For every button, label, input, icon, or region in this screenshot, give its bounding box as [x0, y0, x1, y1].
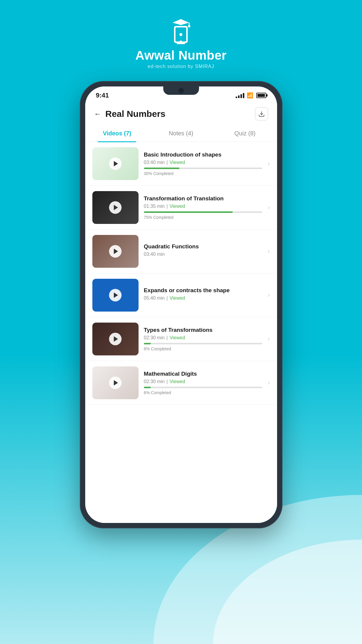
video-thumbnail: [92, 147, 139, 180]
video-thumbnail: [92, 235, 139, 268]
progress-bar-bg: [144, 211, 262, 213]
chevron-right-icon: ›: [268, 379, 270, 387]
status-time: 9:41: [96, 92, 109, 99]
video-meta: 02:30 min | Viewed: [144, 379, 262, 384]
video-meta: 03:40 min | Viewed: [144, 160, 262, 165]
video-item[interactable]: Types of Transformations 02:30 min | Vie…: [85, 317, 277, 361]
tab-notes[interactable]: Notes (4): [149, 125, 213, 142]
progress-bar-bg: [144, 168, 262, 169]
signal-icon: [236, 93, 244, 98]
progress-bar-bg: [144, 387, 262, 388]
play-button[interactable]: [109, 333, 122, 345]
video-meta: 05:40 min | Viewed: [144, 295, 262, 301]
video-title: Mathematical Digits: [144, 371, 262, 377]
progress-text: 75% Completed: [144, 215, 174, 220]
video-info: Basic Introduction of shapes 03:40 min |…: [144, 151, 262, 176]
svg-rect-3: [180, 41, 182, 42]
tab-videos[interactable]: Videos (7): [85, 125, 149, 142]
video-info: Transformation of Translation 01:35 min …: [144, 195, 262, 220]
chevron-right-icon: ›: [268, 204, 270, 211]
video-title: Basic Introduction of shapes: [144, 151, 262, 158]
video-info: Types of Transformations 02:30 min | Vie…: [144, 327, 262, 352]
back-button[interactable]: ←: [94, 110, 101, 118]
video-info: Quadratic Functions 03:40 min: [144, 243, 262, 259]
video-duration: 05:40 min: [144, 295, 165, 301]
play-button[interactable]: [109, 157, 122, 170]
video-title: Quadratic Functions: [144, 243, 262, 250]
tab-bar: Videos (7) Notes (4) Quiz (8): [85, 125, 277, 142]
chevron-right-icon: ›: [268, 160, 270, 168]
chevron-right-icon: ›: [268, 335, 270, 343]
viewed-badge: Viewed: [170, 204, 185, 209]
svg-rect-7: [177, 43, 185, 44]
download-button[interactable]: [255, 107, 268, 120]
battery-icon: [256, 93, 266, 98]
play-button[interactable]: [109, 245, 122, 258]
video-title: Types of Transformations: [144, 327, 262, 333]
progress-bar-fill: [144, 211, 233, 213]
progress-bar-fill: [144, 387, 151, 388]
video-meta: 03:40 min: [144, 252, 262, 257]
video-title: Expands or contracts the shape: [144, 287, 262, 294]
video-duration: 03:40 min: [144, 160, 165, 165]
video-duration: 01:35 min: [144, 204, 165, 209]
app-logo-icon: [167, 18, 194, 45]
app-subtitle: ed-tech solution by SMIRAJ: [148, 64, 214, 69]
phone-notch: [163, 86, 199, 95]
video-duration: 03:40 min: [144, 252, 165, 257]
play-button[interactable]: [109, 377, 122, 389]
video-thumbnail: [92, 279, 139, 312]
progress-bar-fill: [144, 343, 151, 344]
phone-frame: 9:41 📶 ← Real Numbers: [80, 81, 282, 528]
viewed-badge: Viewed: [170, 295, 185, 301]
video-item[interactable]: Expands or contracts the shape 05:40 min…: [85, 273, 277, 317]
video-meta: 02:30 min | Viewed: [144, 335, 262, 340]
video-meta: 01:35 min | Viewed: [144, 204, 262, 209]
video-duration: 02:30 min: [144, 335, 165, 340]
play-button[interactable]: [109, 289, 122, 301]
video-item[interactable]: Mathematical Digits 02:30 min | Viewed 6…: [85, 361, 277, 405]
svg-marker-4: [173, 19, 189, 25]
video-item[interactable]: Transformation of Translation 01:35 min …: [85, 186, 277, 230]
play-button[interactable]: [109, 201, 122, 214]
video-info: Expands or contracts the shape 05:40 min…: [144, 287, 262, 303]
viewed-badge: Viewed: [170, 160, 185, 165]
video-title: Transformation of Translation: [144, 195, 262, 202]
viewed-badge: Viewed: [170, 379, 185, 384]
video-thumbnail: [92, 323, 139, 355]
video-thumbnail: [92, 366, 139, 399]
phone-screen: 9:41 📶 ← Real Numbers: [85, 86, 277, 523]
page-title: Real Numbers: [105, 109, 166, 119]
video-duration: 02:30 min: [144, 379, 165, 384]
svg-point-6: [188, 25, 190, 27]
progress-bar-bg: [144, 343, 262, 344]
page-header: ← Real Numbers: [85, 104, 277, 125]
tab-quiz[interactable]: Quiz (8): [213, 125, 277, 142]
viewed-badge: Viewed: [170, 335, 185, 340]
svg-point-2: [179, 33, 182, 36]
video-item[interactable]: Quadratic Functions 03:40 min ›: [85, 230, 277, 273]
download-icon: [258, 111, 265, 117]
progress-text: 6% Completed: [144, 390, 171, 395]
logo-area: Awwal Number ed-tech solution by SMIRAJ: [135, 18, 226, 69]
video-info: Mathematical Digits 02:30 min | Viewed 6…: [144, 371, 262, 395]
progress-text: 30% Completed: [144, 171, 174, 176]
wifi-icon: 📶: [247, 92, 253, 99]
chevron-right-icon: ›: [268, 291, 270, 299]
app-title: Awwal Number: [135, 48, 226, 63]
progress-text: 6% Completed: [144, 346, 171, 351]
status-icons: 📶: [236, 92, 266, 99]
video-item[interactable]: Basic Introduction of shapes 03:40 min |…: [85, 142, 277, 186]
video-thumbnail: [92, 191, 139, 224]
chevron-right-icon: ›: [268, 247, 270, 255]
progress-bar-fill: [144, 168, 179, 169]
video-list: Basic Introduction of shapes 03:40 min |…: [85, 142, 277, 523]
